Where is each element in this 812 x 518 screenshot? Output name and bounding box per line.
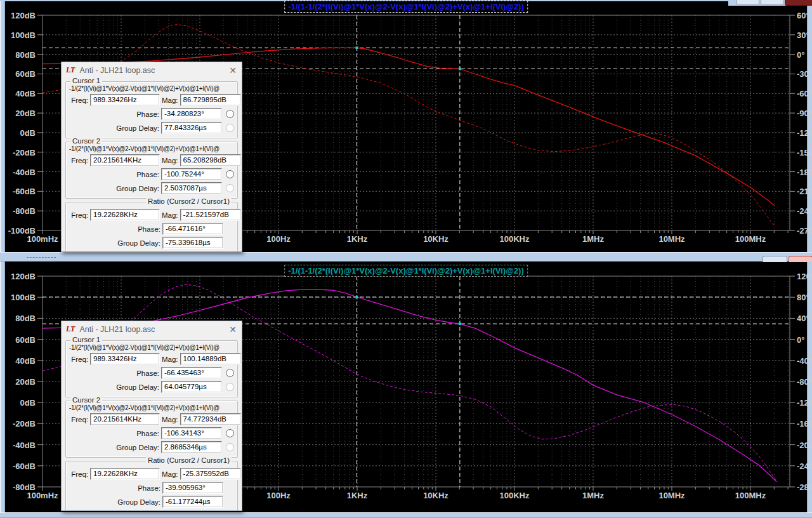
cursor1-group: Cursor 1 -1/(2*(I(Vi)@1*V(x)@2-V(x)@1*I(…: [65, 81, 238, 138]
mag-label: Mag:: [162, 416, 178, 423]
cursor2-phase-radio[interactable]: [226, 170, 234, 178]
ratio-freq-mag-row: Freq: 19.22628KHz Mag: -21.521597dB: [69, 209, 234, 221]
cursor2-freq-mag-row: Freq: 20.215614KHz Mag: 74.772934dB: [69, 413, 234, 425]
cursor1-mag-field[interactable]: 86.729895dB: [180, 94, 241, 106]
ratio-gdelay-field[interactable]: -61.177244µs: [162, 496, 223, 508]
ratio-phase-row: Phase: -66.471616°: [69, 223, 234, 235]
phase-label: Phase:: [69, 369, 159, 377]
cursor-marker[interactable]: [459, 67, 461, 70]
cursor2-gdelay-field[interactable]: 2.8685346µs: [161, 441, 222, 453]
cursor2-gdelay-radio: [226, 184, 234, 192]
cursor2-phase-field[interactable]: -100.75244°: [161, 168, 222, 180]
cursor1-freq-field[interactable]: 989.33426Hz: [90, 94, 160, 106]
freq-label: Freq:: [69, 355, 88, 363]
pane-title[interactable]: -1/(1-1/(2*(I(Vi)@1*V(x)@2-V(x)@1*I(Vi)@…: [284, 1, 528, 13]
y-right-tick-label: 120°: [797, 272, 812, 281]
y-right-tick-label: 30°: [797, 30, 809, 40]
y-right-tick-label: 0°: [797, 335, 804, 345]
cursor2-phase-field[interactable]: -106.34143°: [161, 427, 222, 439]
close-icon[interactable]: ✕: [229, 66, 237, 75]
cursor2-freq-field[interactable]: 20.215614KHz: [90, 154, 160, 166]
cursor-marker[interactable]: [355, 296, 358, 298]
cursor1-freq-field[interactable]: 989.33426Hz: [90, 353, 160, 365]
cursor2-mag-field[interactable]: 65.208298dB: [180, 154, 241, 166]
x-tick-label: 100KHz: [500, 491, 530, 500]
y-left-tick-label: 100dB: [11, 293, 36, 302]
cursor1-gdelay-row: Group Delay: 77.843326µs: [69, 122, 234, 134]
cursor1-phase-field[interactable]: -66.435463°: [161, 367, 222, 379]
y-right-tick-label: 0°: [797, 50, 804, 60]
cursor-marker[interactable]: [355, 46, 358, 49]
mag-label: Mag:: [162, 211, 178, 219]
dialog-titlebar[interactable]: LT Anti - JLH21 loop.asc ✕: [62, 321, 242, 337]
y-left-tick-label: -80dB: [13, 482, 36, 492]
minimize-button[interactable]: [763, 256, 787, 262]
phase-label: Phase:: [69, 430, 159, 437]
cursor2-gdelay-field[interactable]: 2.5037087µs: [161, 182, 222, 194]
y-left-tick-label: -100dB: [8, 226, 36, 236]
y-right-tick-label: -30°: [797, 69, 812, 79]
cursor2-phase-radio[interactable]: [226, 429, 234, 437]
y-right-tick-label: -240°: [797, 206, 812, 216]
x-tick-label: 100mHz: [27, 491, 58, 500]
cursor2-phase-row: Phase: -100.75244°: [69, 168, 234, 180]
cursor1-gdelay-field[interactable]: 77.843326µs: [161, 122, 222, 134]
cursor1-mag-field[interactable]: 100.14889dB: [180, 353, 241, 365]
x-tick-label: 100mHz: [27, 234, 58, 244]
close-icon[interactable]: ✕: [229, 325, 237, 334]
cursor1-gdelay-field[interactable]: 64.045779µs: [161, 381, 222, 393]
pane-title[interactable]: -1/(1-1/(2*(I(Vi)@1*V(x)@2-V(x)@1*I(Vi)@…: [284, 265, 528, 277]
cursor1-phase-radio[interactable]: [226, 369, 234, 377]
x-tick-label: 100KHz: [500, 234, 530, 244]
ratio-mag-field[interactable]: -25.375952dB: [180, 468, 241, 480]
ratio-phase-field[interactable]: -66.471616°: [162, 223, 223, 235]
minimize-button[interactable]: [737, 0, 759, 5]
ratio-mag-field[interactable]: -21.521597dB: [180, 209, 241, 221]
y-left-tick-label: 100dB: [11, 30, 36, 40]
ratio-phase-field[interactable]: -39.905963°: [162, 482, 223, 494]
cursor1-phase-field[interactable]: -34.280823°: [161, 108, 222, 120]
ratio-group: Ratio (Cursor2 / Cursor1) Freq: 19.22628…: [65, 461, 238, 511]
cursor-dialog[interactable]: LT Anti - JLH21 loop.asc ✕ Cursor 1 -1/(…: [61, 62, 242, 252]
ratio-gdelay-field[interactable]: -75.339618µs: [162, 237, 223, 249]
cursor1-phase-radio[interactable]: [226, 110, 234, 118]
cursor1-legend: Cursor 1: [70, 77, 102, 84]
close-button[interactable]: [789, 256, 812, 262]
y-left-tick-label: 80dB: [15, 314, 36, 323]
y-left-tick-label: 120dB: [11, 272, 36, 281]
freq-label: Freq:: [69, 96, 88, 104]
y-right-tick-label: -270°: [797, 226, 812, 236]
y-right-tick-label: -90°: [797, 109, 812, 118]
cursor-marker[interactable]: [459, 322, 461, 325]
cursor1-freq-mag-row: Freq: 989.33426Hz Mag: 100.14889dB: [69, 353, 234, 365]
cursor2-freq-field[interactable]: 20.215614KHz: [90, 413, 160, 425]
ratio-freq-field[interactable]: 19.22628KHz: [90, 468, 160, 480]
cursor2-gdelay-radio: [226, 443, 234, 451]
dialog-titlebar[interactable]: LT Anti - JLH21 loop.asc ✕: [62, 62, 242, 78]
ratio-freq-field[interactable]: 19.22628KHz: [90, 209, 160, 221]
ratio-legend: Ratio (Cursor2 / Cursor1): [146, 456, 232, 464]
dialog-title: Anti - JLH21 loop.asc: [79, 325, 225, 334]
x-tick-label: 10KHz: [423, 234, 449, 244]
close-button[interactable]: [785, 0, 812, 6]
cursor2-legend: Cursor 2: [70, 396, 102, 404]
y-left-tick-label: -40dB: [13, 168, 36, 177]
cursor2-mag-field[interactable]: 74.772934dB: [180, 413, 241, 425]
cursor2-expression: -1/(2*(I(Vi)@1*V(x)@2-V(x)@1*I(Vi)@2)+V(…: [69, 404, 234, 411]
mag-label: Mag:: [162, 96, 178, 104]
y-right-tick-label: -200°: [797, 441, 812, 450]
cursor1-phase-row: Phase: -66.435463°: [69, 367, 234, 379]
y-right-tick-label: -240°: [797, 462, 812, 471]
y-left-tick-label: 0dB: [20, 398, 36, 408]
y-left-tick-label: 40dB: [15, 89, 36, 98]
y-left-tick-label: 60dB: [15, 69, 36, 79]
y-left-tick-label: 60dB: [15, 335, 36, 345]
mag-label: Mag:: [162, 157, 178, 164]
x-tick-label: 10KHz: [423, 491, 449, 500]
maximize-button[interactable]: [761, 0, 783, 5]
x-tick-label: 1KHz: [347, 491, 368, 500]
window-edge-artifact: [27, 257, 56, 258]
ratio-gdelay-row: Group Delay: -75.339618µs: [69, 237, 234, 249]
y-right-tick-label: 80°: [797, 293, 809, 302]
cursor-dialog[interactable]: LT Anti - JLH21 loop.asc ✕ Cursor 1 -1/(…: [61, 321, 242, 511]
